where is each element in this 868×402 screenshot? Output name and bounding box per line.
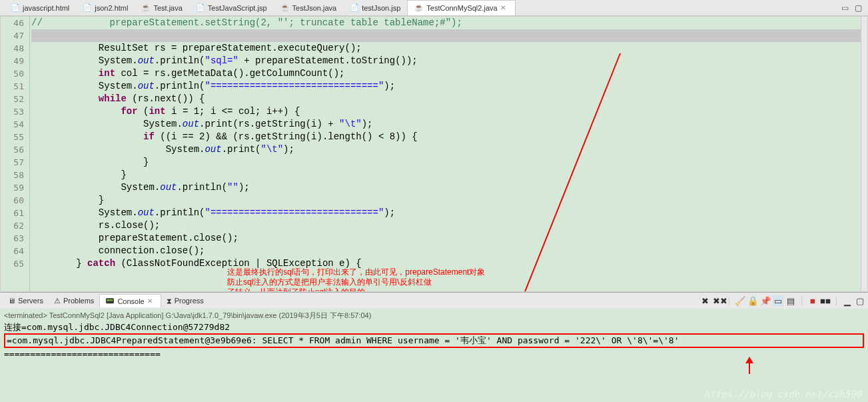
code-editor[interactable]: 4647484950515253545556575859606162636465…	[0, 16, 868, 292]
clear-console-button[interactable]: 🧹	[735, 295, 745, 306]
restore-icon[interactable]: ▭	[841, 3, 851, 13]
overview-ruler[interactable]	[861, 17, 867, 291]
scroll-lock-button[interactable]: 🔒	[747, 295, 758, 306]
terminated-label: <terminated> TestConnMySql2 [Java Applic…	[4, 310, 864, 321]
tab-testconnmysql2-java[interactable]: ☕TestConnMySql2.java✕	[407, 0, 515, 15]
tab-json2-html[interactable]: 📄json2.html	[76, 1, 135, 15]
tab-testjson-jsp[interactable]: 📄testJson.jsp	[343, 1, 407, 15]
remove-launch-button[interactable]: ✖	[700, 295, 711, 306]
line-gutter: 4647484950515253545556575859606162636465	[1, 17, 30, 291]
tab-progress[interactable]: ⧗Progress	[161, 295, 209, 307]
console-line: 连接=com.mysql.jdbc.JDBC4Connection@57279d…	[4, 321, 864, 333]
bottom-panel: 🖥Servers ⚠Problems 📟Console✕ ⧗Progress ✖…	[0, 292, 868, 402]
tab-javascript-html[interactable]: 📄javascript.html	[4, 1, 76, 15]
current-line	[31, 29, 861, 42]
maximize-icon[interactable]: ▢	[855, 3, 864, 13]
tab-testjson-java[interactable]: ☕TestJson.java	[274, 1, 344, 15]
console-output[interactable]: <terminated> TestConnMySql2 [Java Applic…	[0, 309, 868, 402]
console-line: ==============================	[4, 348, 864, 360]
close-icon[interactable]: ✕	[147, 297, 155, 305]
highlighted-sql-output: =com.mysql.jdbc.JDBC4PreparedStatement@3…	[4, 333, 864, 348]
tab-problems[interactable]: ⚠Problems	[49, 295, 99, 307]
minimize-button[interactable]: ▁	[842, 295, 853, 306]
tab-console[interactable]: 📟Console✕	[99, 294, 161, 307]
tab-testjavascript-jsp[interactable]: 📄TestJavaScript.jsp	[189, 1, 274, 15]
console-toolbar: ✖ ✖✖ | 🧹 🔒 📌 ▭ ▤ | ■ ■■ | ▁ ▢	[700, 295, 865, 306]
terminate-all-button[interactable]: ■■	[820, 295, 831, 306]
maximize-button[interactable]: ▢	[855, 295, 865, 306]
terminate-button[interactable]: ■	[807, 295, 818, 306]
display-selected-button[interactable]: ▭	[773, 295, 783, 306]
watermark: https://blog.csdn.net/czh500	[704, 389, 861, 399]
code-area[interactable]: // prepareStatement.setString(2, "'; tru…	[30, 17, 861, 291]
remove-all-button[interactable]: ✖✖	[713, 295, 723, 306]
open-console-button[interactable]: ▤	[785, 295, 796, 306]
pin-console-button[interactable]: 📌	[760, 295, 771, 306]
bottom-tabs-bar: 🖥Servers ⚠Problems 📟Console✕ ⧗Progress ✖…	[0, 293, 868, 309]
close-icon[interactable]: ✕	[500, 4, 508, 12]
editor-tabs-bar: 📄javascript.html 📄json2.html ☕Test.java …	[0, 0, 868, 16]
tab-test-java[interactable]: ☕Test.java	[135, 1, 189, 15]
tab-servers[interactable]: 🖥Servers	[3, 295, 49, 307]
